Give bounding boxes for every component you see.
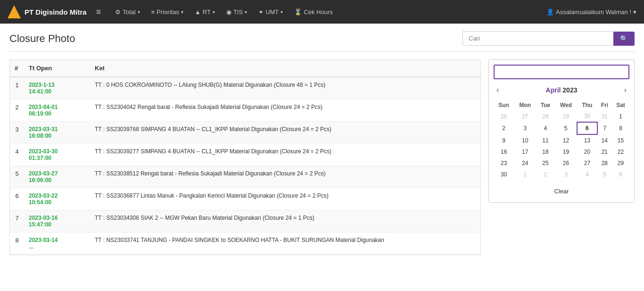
- table-row[interactable]: 1 2023-1-1314:41:00 TT : 0 HOS COKROAMIN…: [10, 77, 480, 100]
- search-button[interactable]: 🔍: [613, 32, 635, 46]
- logo-icon: [8, 5, 21, 18]
- table-row[interactable]: 8 2023-03-14... TT : NS23033741 TANJUNG …: [10, 233, 480, 255]
- calendar-prev-button[interactable]: ‹: [494, 85, 502, 95]
- nav-item-cek-hours[interactable]: ⌛ Cek Hours: [289, 6, 337, 18]
- calendar-day-cell[interactable]: 10: [514, 134, 536, 146]
- calendar-day-cell[interactable]: 3: [555, 169, 577, 180]
- calendar-week-row: 23242526272829: [494, 158, 629, 169]
- cell-ket: TT : NS23033741 TANJUNG - PANDAI SINGKEK…: [90, 233, 480, 255]
- chevron-down-icon: ▾: [181, 9, 183, 15]
- cell-tt-open: 2023-03-3001:37:00: [24, 144, 90, 166]
- nav-item-total[interactable]: ⚙ Total ▾: [110, 6, 144, 18]
- calendar-day-header: Wed: [555, 100, 577, 110]
- chevron-down-icon: ▾: [138, 9, 140, 15]
- calendar-day-header: Tue: [536, 100, 555, 110]
- data-table: # Tt Open Ket 1 2023-1-1314:41:00 TT : 0…: [10, 60, 480, 255]
- calendar-day-cell[interactable]: 30: [577, 110, 597, 122]
- calendar-day-cell[interactable]: 6: [612, 169, 629, 180]
- calendar-day-cell[interactable]: 9: [494, 134, 514, 146]
- calendar-day-cell[interactable]: 25: [536, 158, 555, 169]
- calendar-day-cell[interactable]: 30: [494, 169, 514, 180]
- calendar-day-cell[interactable]: 15: [612, 134, 629, 146]
- hamburger-icon: ≡: [96, 7, 101, 17]
- calendar-day-cell[interactable]: 4: [536, 122, 555, 134]
- table-row[interactable]: 2 2023-04-0106:19:00 TT : SS2304042 Reng…: [10, 100, 480, 122]
- table-row[interactable]: 7 2023-03-1615:47:00 TT : SS23034306 SIA…: [10, 210, 480, 233]
- calendar-day-cell[interactable]: 5: [597, 169, 612, 180]
- nav-item-prioritas[interactable]: ≡ Prioritas ▾: [147, 6, 188, 18]
- calendar-day-cell[interactable]: 2: [494, 122, 514, 134]
- calendar-day-cell[interactable]: 3: [514, 122, 536, 134]
- calendar-day-cell[interactable]: 17: [514, 146, 536, 158]
- calendar-day-cell[interactable]: 31: [597, 110, 612, 122]
- search-input[interactable]: [462, 31, 613, 46]
- calendar-day-cell[interactable]: 5: [555, 122, 577, 134]
- calendar-clear-button[interactable]: Clear: [494, 185, 629, 198]
- cell-tt-open: 2023-03-2210:54:00: [24, 188, 90, 210]
- calendar-day-cell[interactable]: 16: [494, 146, 514, 158]
- chevron-down-icon: ▾: [633, 8, 636, 16]
- calendar-day-cell[interactable]: 28: [536, 110, 555, 122]
- nav-item-umt[interactable]: ✦ UMT ▾: [254, 6, 288, 18]
- user-menu[interactable]: 👤 Assalamualaikum Walman ! ▾: [546, 8, 636, 16]
- calendar-day-cell[interactable]: 29: [612, 158, 629, 169]
- cell-tt-open: 2023-04-0106:19:00: [24, 100, 90, 122]
- cell-ket: TT : SS23036877 Lintas Manuk - Pangkalan…: [90, 188, 480, 210]
- calendar-year: 2023: [562, 86, 577, 94]
- calendar-day-cell[interactable]: 19: [555, 146, 577, 158]
- calendar-day-headers-row: SunMonTueWedThuFriSat: [494, 100, 629, 110]
- calendar-day-cell[interactable]: 27: [577, 158, 597, 169]
- calendar-day-cell[interactable]: 7: [597, 122, 612, 134]
- table-row[interactable]: 6 2023-03-2210:54:00 TT : SS23036877 Lin…: [10, 188, 480, 210]
- table-scroll-wrapper[interactable]: # Tt Open Ket 1 2023-1-1314:41:00 TT : 0…: [9, 59, 481, 255]
- calendar-day-cell[interactable]: 11: [536, 134, 555, 146]
- calendar-day-cell[interactable]: 20: [577, 146, 597, 158]
- table-row[interactable]: 3 2023-03-3116:08:00 TT : SS23039768 SIM…: [10, 122, 480, 144]
- calendar-week-row: 16171819202122: [494, 146, 629, 158]
- calendar-day-cell[interactable]: 22: [612, 146, 629, 158]
- sidebar-toggle-button[interactable]: ≡: [96, 7, 101, 17]
- calendar-day-cell[interactable]: 27: [514, 110, 536, 122]
- page-header: Closure Photo 🔍: [9, 31, 635, 52]
- chevron-down-icon: ▾: [245, 9, 247, 15]
- cell-tt-open: 2023-03-14...: [24, 233, 90, 255]
- content-wrapper: # Tt Open Ket 1 2023-1-1314:41:00 TT : 0…: [9, 59, 635, 255]
- calendar-section: ‹ April 2023 › SunMonTueWedThuFriSat 262…: [488, 59, 635, 203]
- circle-icon: ◉: [226, 8, 231, 16]
- calendar-search-input[interactable]: [494, 65, 629, 79]
- triangle-icon: ▲: [195, 8, 201, 16]
- table-row[interactable]: 4 2023-03-3001:37:00 TT : SS23039277 SIM…: [10, 144, 480, 166]
- calendar-body: 2627282930311234567891011121314151617181…: [494, 110, 629, 180]
- calendar-day-cell[interactable]: 24: [514, 158, 536, 169]
- user-icon: 👤: [546, 8, 554, 16]
- nav-label-cek-hours: Cek Hours: [304, 8, 332, 16]
- nav-label-rt: RT: [203, 8, 211, 16]
- calendar-day-cell[interactable]: 13: [577, 134, 597, 146]
- chevron-down-icon: ▾: [281, 9, 283, 15]
- calendar-day-cell[interactable]: 6: [577, 122, 597, 134]
- cell-ket: TT : SS23039768 SIMPANG 4 BUATAN -- CL1_…: [90, 122, 480, 144]
- calendar-day-cell[interactable]: 2: [536, 169, 555, 180]
- calendar-day-header: Sat: [612, 100, 629, 110]
- calendar-day-cell[interactable]: 26: [494, 110, 514, 122]
- calendar-day-cell[interactable]: 21: [597, 146, 612, 158]
- calendar-next-button[interactable]: ›: [621, 85, 629, 95]
- calendar-day-cell[interactable]: 14: [597, 134, 612, 146]
- cell-num: 4: [10, 144, 24, 166]
- calendar-day-cell[interactable]: 26: [555, 158, 577, 169]
- calendar-day-cell[interactable]: 28: [597, 158, 612, 169]
- calendar-day-cell[interactable]: 4: [577, 169, 597, 180]
- calendar-day-cell[interactable]: 1: [612, 110, 629, 122]
- calendar-day-cell[interactable]: 23: [494, 158, 514, 169]
- nav-item-tis[interactable]: ◉ TIS ▾: [222, 6, 252, 18]
- list-icon: ≡: [151, 8, 155, 16]
- calendar-day-cell[interactable]: 29: [555, 110, 577, 122]
- cell-num: 3: [10, 122, 24, 144]
- calendar-day-cell[interactable]: 12: [555, 134, 577, 146]
- calendar-day-cell[interactable]: 8: [612, 122, 629, 134]
- calendar-day-cell[interactable]: 18: [536, 146, 555, 158]
- table-row[interactable]: 5 2023-03-2716:06:00 TT : SS23038512 Ren…: [10, 166, 480, 188]
- nav-item-rt[interactable]: ▲ RT ▾: [190, 6, 220, 18]
- calendar-day-cell[interactable]: 1: [514, 169, 536, 180]
- cell-num: 6: [10, 188, 24, 210]
